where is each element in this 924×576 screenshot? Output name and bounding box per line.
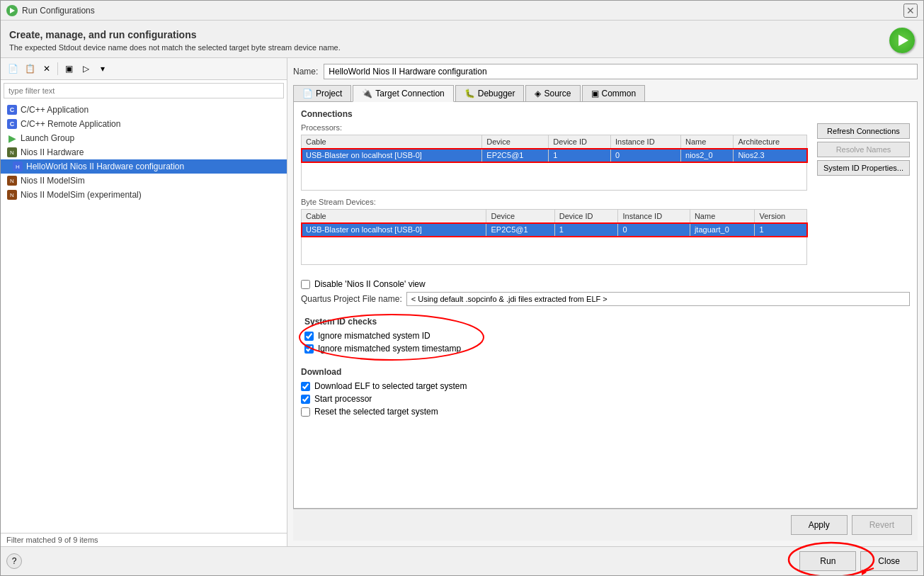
resolve-names-button[interactable]: Resolve Names [817,142,910,157]
tab-project[interactable]: 📄 Project [293,85,351,101]
quartus-input[interactable] [406,292,910,306]
elf-checkbox[interactable] [301,382,310,391]
system-id-section: System ID checks Ignore mismatched syste… [301,313,910,360]
system-id-properties-button[interactable]: System ID Properties... [817,160,910,176]
right-panel: Name: 📄 Project 🔌 Target Connection 🐛 De… [287,58,923,546]
collapse-button[interactable]: ▾ [95,61,110,77]
close-button[interactable]: Close [860,551,918,571]
col-arch: Architecture [734,135,807,149]
tab-target-connection[interactable]: 🔌 Target Connection [353,85,453,102]
tree-item-helloworld-config[interactable]: H HelloWorld Nios II Hardware configurat… [1,159,287,174]
col-instance-id: Instance ID [610,135,680,149]
connections-left: Processors: Cable Device Device ID Insta… [301,123,807,272]
cell-device: EP2C5@1 [482,149,549,162]
new-config-button[interactable]: 📄 [5,61,21,77]
start-processor-label: Start processor [314,394,372,404]
bytestream-label: Byte Stream Devices: [301,198,807,206]
ignore-id-row: Ignore mismatched system ID [304,331,906,341]
filter-button[interactable]: ▣ [61,61,76,77]
processors-label: Processors: [301,123,807,132]
quartus-row: Quartus Project File name: [301,292,910,306]
copy-config-button[interactable]: 📋 [22,61,38,77]
tree-item-label: C/C++ Remote Application [21,119,120,129]
ignore-timestamp-row: Ignore mismatched system timestamp [304,344,906,354]
close-window-button[interactable]: ✕ [903,4,918,18]
left-panel: 📄 📋 ✕ ▣ ▷ ▾ C C/C++ Application C C/C++ … [1,58,287,546]
debugger-tab-icon: 🐛 [464,89,475,98]
start-processor-checkbox[interactable] [301,395,310,404]
play-triangle-icon [899,35,908,46]
tab-label: Target Connection [375,89,444,98]
window-icon [6,5,18,16]
connections-title: Connections [301,109,910,119]
tab-label: Debugger [478,89,515,98]
disable-console-checkbox[interactable] [301,280,310,289]
tab-source[interactable]: ◈ Source [525,85,580,101]
revert-button[interactable]: Revert [852,515,912,535]
bs-col-instance-id: Instance ID [618,210,690,223]
target-connection-tab-icon: 🔌 [362,89,372,98]
start-processor-row: Start processor [301,394,910,404]
ignore-timestamp-checkbox[interactable] [304,344,314,354]
bytestream-row[interactable]: USB-Blaster on localhost [USB-0] EP2C5@1… [302,223,807,237]
reset-row: Reset the selected target system [301,407,910,417]
project-tab-icon: 📄 [302,89,313,98]
processor-row[interactable]: USB-Blaster on localhost [USB-0] EP2C5@1… [302,149,807,162]
tree-item-label: Launch Group [21,133,74,143]
processor-table-wrapper: Cable Device Device ID Instance ID Name … [301,135,807,191]
col-name: Name [681,135,734,149]
tree-item-launch-group[interactable]: ▶ Launch Group [1,131,287,145]
bs-cell-device: EP2C5@1 [486,223,554,237]
ignore-id-label: Ignore mismatched system ID [318,331,430,341]
tab-common[interactable]: ▣ Common [582,85,646,101]
run-icon-button[interactable] [889,28,915,53]
cell-device-id: 1 [549,149,611,162]
tab-debugger[interactable]: 🐛 Debugger [455,85,525,101]
col-device: Device [482,135,549,149]
nios-modelsim-icon: N [6,175,18,186]
quartus-label: Quartus Project File name: [301,294,402,304]
expand-button[interactable]: ▷ [78,61,93,77]
bs-cell-instance-id: 0 [618,223,690,237]
elf-row: Download ELF to selected target system [301,381,910,391]
bottom-buttons: Apply Revert [293,509,918,541]
ignore-id-checkbox[interactable] [304,332,314,341]
bs-cell-device-id: 1 [554,223,618,237]
run-button[interactable]: Run [799,551,856,571]
reset-checkbox[interactable] [301,407,310,417]
help-button[interactable]: ? [6,553,22,569]
config-name-input[interactable] [324,64,918,79]
tree-item-label: C/C++ Application [21,105,89,115]
tree-item-label: Nios II ModelSim [21,176,85,186]
main-content: 📄 📋 ✕ ▣ ▷ ▾ C C/C++ Application C C/C++ … [1,58,923,546]
toolbar: 📄 📋 ✕ ▣ ▷ ▾ [1,58,287,80]
disable-console-row: Disable 'Nios II Console' view [301,279,910,289]
config-name-label: Name: [293,67,318,77]
source-tab-icon: ◈ [535,89,541,98]
nios-hw-icon: N [6,147,18,158]
cell-cable: USB-Blaster on localhost [USB-0] [302,149,482,162]
content-panel: Connections Processors: Cable Device [293,102,918,509]
cpp-app-icon: C [6,104,18,115]
window-title: Run Configurations [22,6,95,16]
refresh-connections-button[interactable]: Refresh Connections [817,123,910,139]
config-icon: H [12,161,23,172]
system-id-title: System ID checks [304,317,906,327]
tree-item-cpp-app[interactable]: C C/C++ Application [1,103,287,117]
page-title: Create, manage, and run configurations [9,29,341,40]
bs-cell-name: jtaguart_0 [690,223,755,237]
tab-label: Common [602,89,637,98]
tab-label: Source [544,89,571,98]
bs-cell-version: 1 [755,223,807,237]
delete-config-button[interactable]: ✕ [39,61,55,77]
tree-item-cpp-remote[interactable]: C C/C++ Remote Application [1,117,287,131]
tree-item-nios-modelsim[interactable]: N Nios II ModelSim [1,174,287,188]
processor-row-empty [302,162,807,191]
config-name-row: Name: [293,64,918,79]
tree-item-label: HelloWorld Nios II Hardware configuratio… [26,162,184,171]
bytestream-table: Cable Device Device ID Instance ID Name … [301,209,807,265]
tree-item-nios-hw[interactable]: N Nios II Hardware [1,145,287,159]
tree-item-nios-modelsim-exp[interactable]: N Nios II ModelSim (experimental) [1,188,287,202]
filter-input[interactable] [4,83,284,98]
apply-button[interactable]: Apply [791,515,848,535]
